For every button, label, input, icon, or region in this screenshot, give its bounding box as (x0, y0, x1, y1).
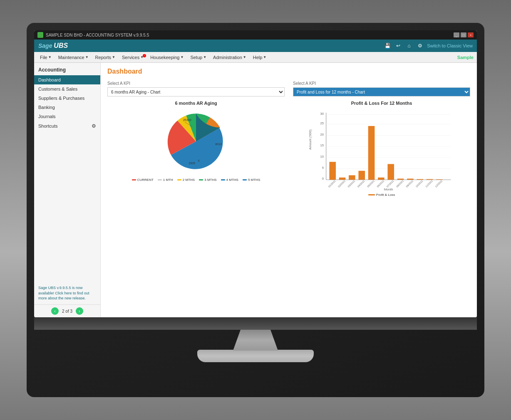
menu-file-arrow: ▼ (48, 55, 52, 59)
sidebar-item-banking[interactable]: Banking (34, 103, 100, 112)
svg-text:06/2021: 06/2021 (376, 179, 385, 188)
legend-2mths-dot (177, 179, 181, 180)
svg-text:15: 15 (320, 143, 324, 147)
bar-08 (397, 179, 404, 180)
home-icon[interactable]: ⌂ (405, 42, 413, 49)
monitor-outer: SAMPLE SDN BHD - ACCOUNTING SYSTEM v.9.9… (27, 23, 484, 397)
titlebar: SAMPLE SDN BHD - ACCOUNTING SYSTEM v.9.9… (34, 30, 477, 40)
dashboard-title: Dashboard (107, 68, 470, 75)
legend-5mths-dot (243, 179, 247, 180)
save-icon[interactable]: 💾 (384, 42, 391, 49)
svg-text:08/2021: 08/2021 (396, 179, 404, 188)
bar-chart: 0 5 10 15 20 25 30 (297, 108, 466, 191)
bar-01 (329, 162, 336, 180)
switch-classic-button[interactable]: Switch to Classic View (427, 43, 473, 48)
svg-text:04/2021: 04/2021 (357, 179, 365, 188)
menu-maintenance-arrow: ▼ (85, 55, 89, 59)
logo-name: UBS (54, 42, 68, 49)
bar-05 (368, 126, 375, 180)
svg-text:0: 0 (322, 177, 324, 180)
menu-administration[interactable]: Administration ▼ (211, 54, 249, 61)
menu-reports-arrow: ▼ (112, 55, 115, 59)
menu-help-arrow: ▼ (263, 55, 266, 59)
bar-02 (339, 178, 346, 180)
monitor-base (197, 350, 314, 362)
menu-services[interactable]: Services ▼ ! (119, 54, 146, 61)
svg-text:Month: Month (384, 188, 393, 191)
menubar: File ▼ Maintenance ▼ Reports ▼ Services … (34, 52, 477, 63)
window-controls: _ □ × (454, 32, 474, 37)
menu-maintenance[interactable]: Maintenance ▼ (56, 54, 91, 61)
svg-text:11/2021: 11/2021 (425, 179, 434, 188)
right-chart-title: Profit & Loss For 12 Months (293, 101, 470, 106)
menu-help[interactable]: Help ▼ (251, 54, 269, 61)
legend-4mths-dot (221, 179, 225, 180)
main-content: Accounting Dashboard Customers & Sales S… (34, 63, 477, 317)
bar-legend-item: Profit & Loss (368, 193, 395, 197)
legend-5mths: 5 MTHS (243, 178, 260, 182)
sidebar-item-customers[interactable]: Customers & Sales (34, 84, 100, 94)
left-kpi-panel: Select A KPI 6 months AR Aging - Chart 6… (107, 81, 285, 197)
next-page-button[interactable]: › (76, 307, 83, 315)
bar-09 (407, 179, 414, 180)
pie-chart-area: 25300 8013 2905 0 CURRENT (107, 108, 285, 182)
sidebar: Accounting Dashboard Customers & Sales S… (34, 63, 101, 317)
left-kpi-select[interactable]: 6 months AR Aging - Chart (107, 87, 285, 96)
right-kpi-select[interactable]: Profit and Loss for 12 months - Chart (293, 87, 470, 96)
gear-icon[interactable]: ⚙ (92, 123, 96, 129)
svg-text:30: 30 (320, 112, 324, 116)
menu-file[interactable]: File ▼ (37, 54, 54, 61)
bar-12 (436, 179, 443, 180)
bar-04 (358, 171, 365, 180)
svg-text:10: 10 (320, 155, 324, 158)
svg-text:03/2021: 03/2021 (347, 179, 356, 188)
right-kpi-panel: Select A KPI Profit and Loss for 12 mont… (293, 81, 470, 197)
pie-legend: CURRENT 1 MTH 2 MTHS (132, 178, 260, 182)
bar-03 (349, 175, 355, 180)
monitor-stand (231, 330, 280, 351)
monitor-screen: SAMPLE SDN BHD - ACCOUNTING SYSTEM v.9.9… (34, 30, 477, 317)
bar-legend-dot (368, 194, 375, 195)
kpi-panels: Select A KPI 6 months AR Aging - Chart 6… (107, 81, 470, 197)
maximize-button[interactable]: □ (461, 32, 466, 37)
legend-current: CURRENT (132, 178, 154, 182)
pie-label-8013: 8013 (215, 143, 222, 146)
menu-housekeeping-arrow: ▼ (180, 55, 184, 59)
svg-text:01/2021: 01/2021 (327, 179, 336, 188)
sidebar-item-shortcuts[interactable]: Shortcuts ⚙ (34, 121, 100, 131)
monitor-chin (34, 317, 477, 330)
sidebar-item-dashboard[interactable]: Dashboard (34, 75, 100, 84)
bar-legend-label: Profit & Loss (376, 193, 395, 197)
menu-setup[interactable]: Setup ▼ (188, 54, 209, 61)
svg-text:5: 5 (322, 166, 324, 170)
sidebar-item-journals[interactable]: Journals (34, 112, 100, 121)
undo-icon[interactable]: ↩ (394, 42, 402, 49)
settings-icon[interactable]: ⚙ (416, 42, 424, 49)
pie-label-25300: 25300 (183, 119, 191, 122)
left-kpi-label: Select A KPI (107, 81, 285, 86)
bar-legend: Profit & Loss (368, 193, 395, 197)
bar-06 (378, 178, 384, 180)
legend-2mths: 2 MTHS (177, 178, 195, 182)
sidebar-notification[interactable]: Sage UBS v.9.9.5.5 is now available! Cli… (34, 282, 100, 304)
page-info: 2 of 3 (62, 309, 72, 314)
legend-4mths: 4 MTHS (221, 178, 238, 182)
svg-text:10/2021: 10/2021 (415, 179, 424, 188)
svg-text:02/2021: 02/2021 (337, 179, 346, 188)
legend-1mth: 1 MTH (158, 178, 173, 182)
legend-1mth-dot (158, 179, 162, 180)
app-icon (37, 32, 43, 38)
menu-housekeeping[interactable]: Housekeeping ▼ (148, 54, 186, 61)
menu-reports[interactable]: Reports ▼ (93, 54, 118, 61)
sidebar-item-suppliers[interactable]: Suppliers & Purchases (34, 94, 100, 103)
prev-page-button[interactable]: ‹ (51, 307, 59, 315)
svg-text:25: 25 (320, 121, 324, 125)
close-button[interactable]: × (468, 32, 474, 37)
minimize-button[interactable]: _ (454, 32, 459, 37)
svg-text:07/2021: 07/2021 (386, 179, 394, 188)
sidebar-title: Accounting (34, 64, 100, 75)
svg-text:Amount ('000): Amount ('000) (308, 129, 312, 150)
svg-text:20: 20 (320, 133, 324, 136)
sidebar-pagination: ‹ 2 of 3 › (34, 304, 100, 317)
left-chart-title: 6 months AR Aging (107, 101, 285, 106)
